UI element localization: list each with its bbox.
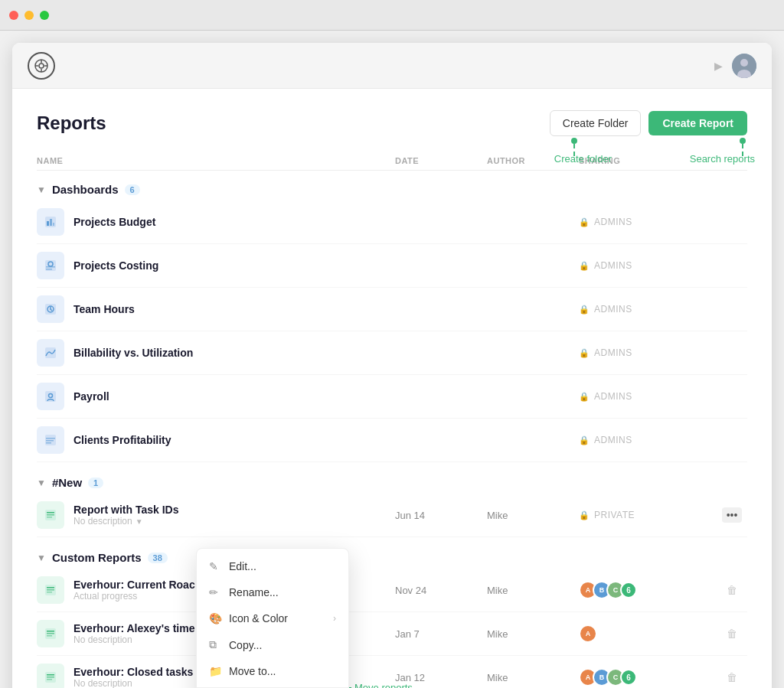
report-icon	[37, 208, 64, 236]
menu-item-move-to[interactable]: 📁 Move to...	[197, 658, 348, 684]
sharing-label: ADMINS	[594, 391, 632, 402]
table-row: Billability vs. Utilization 🔒 ADMINS	[37, 331, 747, 375]
menu-item-copy-label: Copy...	[229, 639, 262, 651]
menu-item-icon-color[interactable]: 🎨 Icon & Color ›	[197, 605, 348, 631]
action-cell[interactable]: 🗑	[717, 628, 747, 640]
svg-rect-38	[47, 633, 54, 634]
svg-rect-30	[47, 514, 54, 516]
rename-icon: ✏	[209, 586, 221, 598]
report-name: Projects Costing	[74, 259, 158, 272]
copy-icon: ⧉	[209, 638, 221, 651]
folder-icon: 📁	[209, 665, 221, 677]
menu-item-copy[interactable]: ⧉ Copy...	[197, 631, 348, 658]
table-row: Payroll 🔒 ADMINS	[37, 375, 747, 419]
report-name: Projects Budget	[74, 216, 155, 228]
more-options-button[interactable]: •••	[722, 507, 743, 523]
chevron-down-icon: ▼	[37, 184, 46, 195]
report-icon	[37, 501, 64, 529]
action-cell[interactable]: 🗑	[717, 584, 747, 596]
play-button[interactable]: ▶	[714, 60, 723, 72]
report-name-cell: Team Hours	[37, 295, 395, 323]
avatar: A	[579, 624, 597, 643]
lock-icon: 🔒	[579, 305, 590, 315]
report-name: Report with Task IDs	[74, 504, 178, 516]
maximize-dot[interactable]	[40, 11, 49, 20]
date-cell: Nov 24	[395, 585, 487, 596]
close-dot[interactable]	[9, 11, 18, 20]
header-buttons: Create Folder Create folder Create Repor…	[550, 110, 747, 136]
app-logo	[28, 52, 55, 80]
lock-icon: 🔒	[579, 348, 590, 358]
table-header: NAME DATE AUTHOR SHARING	[37, 152, 747, 171]
report-name-cell: Clients Profitability	[37, 426, 395, 454]
report-name: Everhour: Current Roac	[74, 579, 195, 591]
delete-button[interactable]: 🗑	[727, 628, 737, 640]
report-name: Payroll	[74, 390, 109, 403]
sharing-cell: A	[579, 624, 717, 643]
report-name-cell: Billability vs. Utilization	[37, 339, 395, 367]
table-row: Projects Costing 🔒 ADMINS	[37, 244, 747, 288]
svg-rect-12	[53, 223, 54, 226]
avatars-group: A B C 6	[579, 581, 637, 599]
section-new-title: #New	[52, 476, 82, 489]
report-name: Team Hours	[74, 303, 135, 315]
report-icon	[37, 426, 64, 454]
section-custom-reports-badge: 38	[148, 553, 168, 563]
sharing-label: ADMINS	[594, 435, 632, 445]
author-cell: Mike	[487, 585, 579, 596]
report-icon	[37, 383, 64, 410]
action-cell[interactable]: •••	[717, 507, 747, 523]
svg-point-7	[740, 59, 748, 67]
section-dashboards-header[interactable]: ▼ Dashboards 6	[37, 175, 747, 201]
svg-rect-43	[47, 679, 52, 680]
avatar-count: 6	[620, 669, 637, 686]
svg-rect-15	[46, 269, 52, 270]
svg-point-1	[39, 64, 44, 68]
section-new: ▼ #New 1	[37, 468, 747, 537]
report-name-cell: Projects Costing	[37, 252, 395, 279]
report-description: No description	[74, 634, 194, 645]
content-area: Reports Create Folder Create folder Crea…	[12, 89, 772, 688]
author-cell: Mike	[487, 628, 579, 640]
report-description: No description ▼	[74, 516, 178, 527]
sharing-label: ADMINS	[594, 260, 632, 271]
report-icon	[37, 252, 64, 279]
avatars-group: A	[579, 624, 597, 643]
minimize-dot[interactable]	[24, 11, 34, 20]
svg-rect-39	[47, 635, 52, 637]
sharing-cell: 🔒 ADMINS	[579, 391, 717, 402]
section-new-header[interactable]: ▼ #New 1	[37, 468, 747, 494]
menu-item-edit[interactable]: ✎ Edit...	[197, 553, 348, 579]
action-cell[interactable]: 🗑	[717, 671, 747, 683]
col-actions	[717, 156, 747, 165]
app-container: ▶ Reports Create Folder	[0, 31, 784, 688]
svg-rect-33	[47, 587, 54, 589]
page-title: Reports	[37, 112, 106, 134]
menu-item-move-to-label: Move to...	[229, 665, 276, 677]
svg-rect-31	[47, 517, 52, 518]
create-folder-button[interactable]: Create Folder	[550, 110, 642, 136]
chevron-right-icon: ›	[333, 613, 336, 624]
folder-tooltip-dot	[571, 138, 577, 144]
sharing-cell: 🔒 ADMINS	[579, 260, 717, 271]
lock-icon: 🔒	[579, 261, 590, 271]
user-avatar[interactable]	[732, 54, 756, 78]
report-description: Actual progress	[74, 591, 195, 602]
col-sharing: SHARING	[579, 156, 717, 165]
menu-item-rename[interactable]: ✏ Rename...	[197, 579, 348, 605]
delete-button[interactable]: 🗑	[727, 584, 737, 596]
delete-button[interactable]: 🗑	[727, 671, 737, 683]
menu-item-rename-label: Rename...	[229, 586, 279, 598]
svg-rect-29	[47, 512, 54, 514]
sharing-cell: A B C 6	[579, 581, 717, 599]
section-dashboards-title: Dashboards	[52, 183, 119, 196]
report-name: Clients Profitability	[74, 434, 172, 446]
chevron-down-icon: ▼	[37, 553, 46, 563]
avatar-count: 6	[620, 582, 637, 598]
section-custom-reports-header[interactable]: ▼ Custom Reports 38	[37, 543, 747, 569]
col-date: DATE	[395, 156, 487, 165]
create-report-button[interactable]: Create Report	[648, 111, 747, 135]
svg-rect-41	[47, 674, 54, 676]
col-author: AUTHOR	[487, 156, 579, 165]
date-cell: Jun 14	[395, 510, 487, 521]
